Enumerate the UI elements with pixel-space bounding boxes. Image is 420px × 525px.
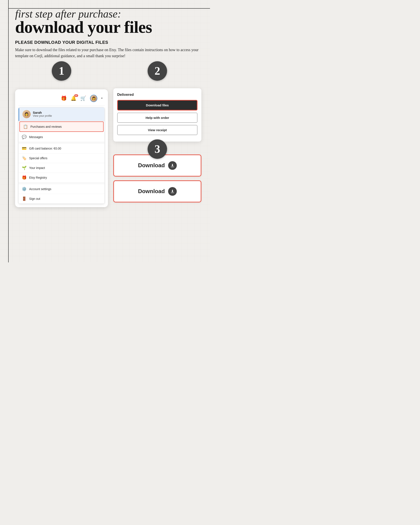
- user-avatar: 👩: [90, 95, 97, 102]
- help-with-order-button[interactable]: Help with order: [117, 113, 198, 123]
- dropdown-item-label-settings: Account settings: [29, 187, 51, 191]
- download-label-1: Download: [138, 162, 165, 169]
- dropdown-item-label-giftcard: Gift card balance: €0.00: [29, 147, 61, 150]
- dropdown-item-label-registry: Etsy Registry: [29, 176, 47, 179]
- messages-icon: 💬: [22, 135, 27, 139]
- svg-rect-1: [171, 192, 174, 193]
- left-border-line: [8, 0, 9, 262]
- dropdown-arrow[interactable]: ▾: [101, 97, 103, 100]
- dropdown-item-label-purchases: Purchases and reviews: [30, 125, 62, 128]
- profile-sub: View your profile: [33, 114, 52, 117]
- delivered-status: Delivered: [117, 93, 198, 97]
- step2-step3-column: 2 Delivered Download files Help with ord…: [113, 66, 201, 202]
- dropdown-menu: 👩 Sarah View your profile 📋 Purchases an…: [18, 107, 105, 204]
- view-receipt-button[interactable]: View receipt: [117, 125, 198, 135]
- dropdown-item-giftcard[interactable]: 💳 Gift card balance: €0.00: [19, 144, 105, 153]
- dropdown-item-registry[interactable]: 🎁 Etsy Registry: [19, 173, 105, 183]
- dropdown-item-offers[interactable]: 🏷️ Special offers: [19, 153, 105, 163]
- download-button-2[interactable]: Download: [113, 180, 201, 202]
- avatar-nav[interactable]: 👩: [90, 95, 97, 102]
- dropdown-item-label-offers: Special offers: [29, 156, 48, 160]
- step3-badge: 3: [148, 139, 167, 159]
- offers-icon: 🏷️: [22, 156, 27, 160]
- svg-rect-0: [171, 167, 174, 167]
- section-heading: PLEASE DOWNLOAD YOUR DIGITAL FILES: [15, 40, 201, 45]
- body-text: Make sure to download the files related …: [15, 47, 201, 59]
- download-icon-2: [168, 187, 177, 196]
- etsy-nav-bar: 🎁 🔔 50 🛒 👩 ▾: [18, 94, 105, 105]
- impact-icon: 🌱: [22, 166, 27, 170]
- step2-wrapper: 2 Delivered Download files Help with ord…: [113, 66, 201, 141]
- dropdown-divider-2: [19, 183, 105, 184]
- dropdown-item-purchases[interactable]: 📋 Purchases and reviews: [19, 122, 104, 132]
- notification-badge: 50: [74, 94, 78, 97]
- dropdown-item-label-messages: Messages: [29, 135, 43, 139]
- download-icon-1: [168, 161, 177, 170]
- steps-layout: 1 🎁 🔔 50 🛒 👩 ▾: [15, 66, 201, 207]
- dropdown-item-label-impact: Your impact: [29, 166, 45, 170]
- giftcard-icon: 💳: [22, 146, 27, 151]
- etsy-dropdown-panel: 🎁 🔔 50 🛒 👩 ▾: [15, 89, 108, 207]
- download-label-2: Download: [138, 188, 165, 195]
- dropdown-divider-1: [19, 142, 105, 144]
- signout-icon: 🚪: [22, 196, 27, 201]
- registry-icon: 🎁: [22, 175, 27, 180]
- step1-wrapper: 1 🎁 🔔 50 🛒 👩 ▾: [15, 66, 108, 207]
- download-files-button[interactable]: Download files: [117, 100, 198, 111]
- settings-icon: ⚙️: [22, 187, 27, 191]
- dropdown-item-signout[interactable]: 🚪 Sign out: [19, 194, 105, 204]
- dropdown-profile-item[interactable]: 👩 Sarah View your profile: [19, 107, 105, 121]
- profile-name: Sarah: [33, 111, 52, 114]
- dropdown-item-settings[interactable]: ⚙️ Account settings: [19, 184, 105, 194]
- step2-badge: 2: [148, 61, 167, 81]
- purchases-icon: 📋: [23, 124, 28, 129]
- cart-icon[interactable]: 🛒: [80, 96, 86, 101]
- dropdown-item-impact[interactable]: 🌱 Your impact: [19, 163, 105, 173]
- profile-avatar: 👩: [22, 110, 31, 118]
- page-wrapper: www.marryful.org first step after purcha…: [0, 0, 210, 262]
- notifications-icon[interactable]: 🔔 50: [71, 96, 76, 101]
- main-title: download your files: [15, 19, 201, 36]
- order-panel: Delivered Download files Help with order…: [113, 88, 201, 141]
- dropdown-item-messages[interactable]: 💬 Messages: [19, 132, 105, 142]
- gifts-icon[interactable]: 🎁: [61, 96, 67, 101]
- profile-info: Sarah View your profile: [33, 111, 52, 117]
- dropdown-item-label-signout: Sign out: [29, 197, 40, 200]
- top-border-line: [8, 8, 210, 9]
- step3-wrapper: 3 Download Download: [113, 141, 201, 202]
- step1-badge: 1: [52, 61, 71, 81]
- step1-column: 1 🎁 🔔 50 🛒 👩 ▾: [15, 66, 108, 207]
